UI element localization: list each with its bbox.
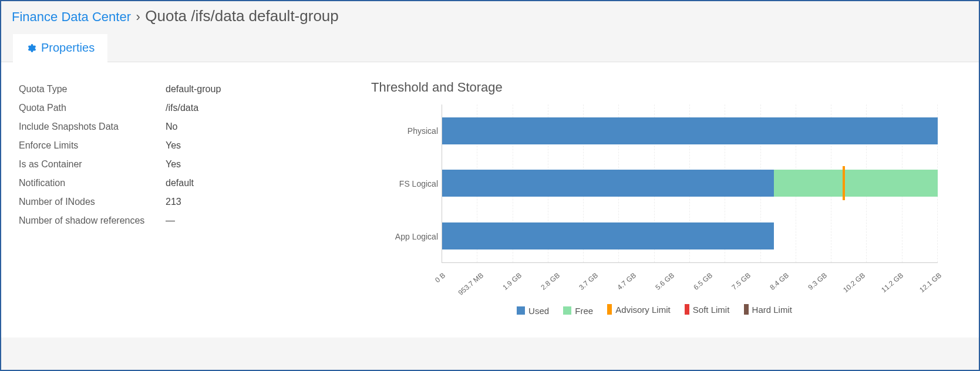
legend-swatch-advisory (607, 304, 612, 315)
chart-x-tick: 4.7 GB (615, 271, 638, 292)
chart-bar-row (442, 117, 938, 144)
legend-label: Soft Limit (693, 305, 730, 315)
property-label: Quota Path (19, 103, 166, 113)
property-row: Quota Typedefault-group (19, 80, 348, 99)
legend-hard: Hard Limit (744, 304, 792, 315)
tab-bar: Properties (1, 33, 979, 62)
property-value: No (166, 122, 177, 132)
property-row: Number of shadow references— (19, 211, 348, 230)
chart-x-tick: 1.9 GB (501, 271, 523, 292)
chart-category-label: App Logical (395, 232, 438, 241)
chart-panel: Threshold and Storage PhysicalFS Logical… (371, 80, 961, 326)
legend-used: Used (517, 306, 549, 316)
chart-legend: Used Free Advisory Limit Soft Limit Hard… (371, 304, 938, 316)
chart-title: Threshold and Storage (371, 80, 938, 95)
property-label: Is as Container (19, 159, 166, 170)
tab-properties[interactable]: Properties (13, 34, 107, 62)
content-area: Quota Typedefault-groupQuota Path/ifs/da… (1, 62, 979, 338)
chart-x-tick: 7.5 GB (730, 271, 752, 292)
property-row: Number of INodes213 (19, 193, 348, 211)
legend-label: Free (575, 306, 593, 316)
chart-category-labels: PhysicalFS LogicalApp Logical (371, 104, 442, 263)
breadcrumb-separator: › (133, 9, 142, 24)
chart-x-tick: 953.7 MB (457, 271, 485, 297)
property-value: Yes (166, 140, 181, 151)
chart-x-tick: 11.2 GB (880, 271, 905, 294)
chart-x-tick: 9.3 GB (806, 271, 829, 292)
tab-label: Properties (41, 41, 95, 55)
chart-category-label: FS Logical (399, 179, 438, 188)
chart-bar-row (442, 170, 938, 197)
property-label: Enforce Limits (19, 140, 166, 151)
breadcrumb: Finance Data Center › Quota /ifs/data de… (1, 1, 979, 33)
legend-swatch-free (563, 306, 571, 315)
gear-icon (26, 43, 36, 53)
breadcrumb-parent-link[interactable]: Finance Data Center (12, 9, 131, 24)
chart-bar-segment (774, 170, 938, 197)
property-value: default-group (166, 84, 221, 95)
chart-x-tick: 10.2 GB (841, 271, 867, 294)
property-row: Notificationdefault (19, 174, 348, 193)
chart-bar-segment (442, 222, 774, 249)
property-row: Is as ContainerYes (19, 155, 348, 174)
chart-x-tick: 3.7 GB (577, 271, 600, 292)
legend-advisory: Advisory Limit (607, 304, 670, 315)
property-value: Yes (166, 159, 181, 170)
chart-x-tick: 2.8 GB (539, 271, 561, 292)
chart-x-tick: 0 B (433, 271, 447, 284)
chart-x-tick: 6.5 GB (692, 271, 714, 292)
property-row: Quota Path/ifs/data (19, 99, 348, 117)
legend-label: Hard Limit (752, 305, 792, 315)
chart-category-label: Physical (408, 126, 438, 136)
property-value: default (166, 178, 194, 188)
legend-free: Free (563, 306, 593, 316)
legend-label: Used (528, 306, 549, 316)
property-label: Quota Type (19, 84, 166, 95)
property-value: /ifs/data (166, 103, 198, 113)
property-value: — (166, 215, 175, 226)
property-row: Include Snapshots DataNo (19, 117, 348, 136)
app-frame: Finance Data Center › Quota /ifs/data de… (0, 0, 980, 371)
chart-x-tick: 8.4 GB (768, 271, 790, 292)
legend-swatch-used (517, 306, 525, 315)
chart-plot (442, 104, 938, 263)
legend-soft: Soft Limit (685, 304, 730, 315)
property-label: Notification (19, 178, 166, 188)
property-label: Number of shadow references (19, 215, 166, 226)
chart-area: PhysicalFS LogicalApp Logical (371, 104, 938, 269)
properties-panel: Quota Typedefault-groupQuota Path/ifs/da… (19, 80, 348, 326)
chart-bar-row (442, 222, 938, 249)
chart-x-axis: 0 B953.7 MB1.9 GB2.8 GB3.7 GB4.7 GB5.6 G… (442, 269, 938, 298)
chart-bars (442, 104, 938, 262)
chart-bar-segment (442, 170, 774, 197)
property-row: Enforce LimitsYes (19, 136, 348, 155)
chart-threshold-marker (843, 166, 845, 200)
property-label: Number of INodes (19, 197, 166, 207)
page-title: Quota /ifs/data default-group (145, 7, 339, 25)
legend-swatch-hard (744, 304, 749, 315)
legend-swatch-soft (685, 304, 689, 315)
chart-bar-segment (442, 117, 938, 144)
chart-x-tick: 5.6 GB (654, 271, 676, 292)
property-value: 213 (166, 197, 181, 207)
legend-label: Advisory Limit (615, 305, 670, 315)
property-label: Include Snapshots Data (19, 122, 166, 132)
chart-x-tick: 12.1 GB (918, 271, 943, 294)
